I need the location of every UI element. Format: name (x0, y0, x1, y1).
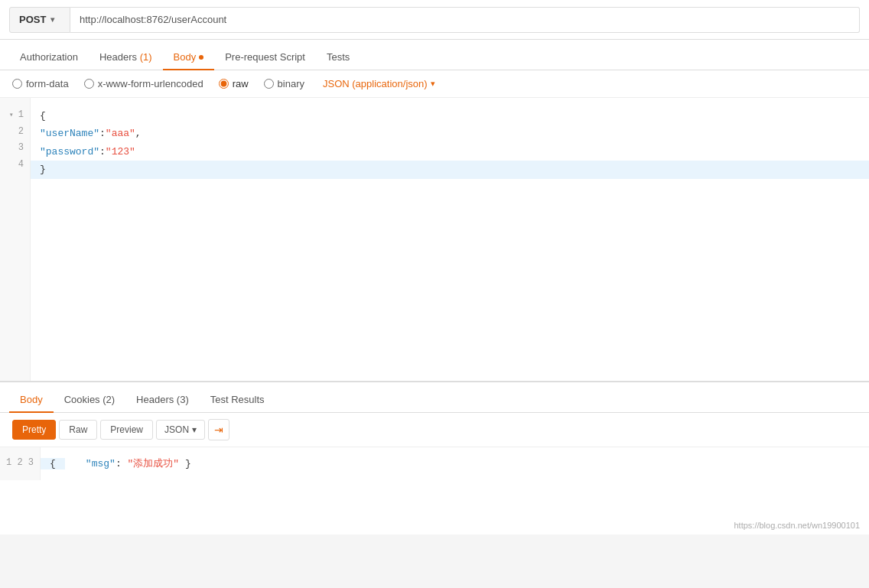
response-line-numbers: 1 2 3 (0, 447, 41, 480)
body-options: form-data x-www-form-urlencoded raw bina… (0, 70, 869, 98)
watermark: https://blog.csdn.net/wn19900101 (0, 516, 869, 534)
line-numbers: 1 2 3 4 (0, 98, 31, 381)
request-code-editor: 1 2 3 4 { "userName":"aaa", "password":"… (0, 98, 869, 382)
response-section: Body Cookies (2) Headers (3) Test Result… (0, 382, 869, 534)
response-code-area: 1 2 3 { "msg": "添加成功" } (0, 447, 869, 516)
line-num-1: 1 (6, 107, 24, 124)
response-tab-body[interactable]: Body (9, 388, 54, 413)
form-data-option[interactable]: form-data (12, 78, 69, 89)
preview-btn[interactable]: Preview (100, 420, 153, 440)
json-format-selector[interactable]: JSON (application/json) ▾ (323, 78, 435, 89)
tab-body[interactable]: Body (163, 45, 215, 70)
resp-line-num-1: 1 (6, 457, 11, 468)
raw-radio[interactable] (219, 79, 229, 89)
resp-line-num-2: 2 (17, 457, 22, 468)
code-line-3: "password":"123" (40, 143, 860, 161)
tab-tests[interactable]: Tests (316, 45, 360, 70)
wrap-symbol: ⇥ (214, 424, 223, 436)
method-chevron: ▾ (50, 15, 54, 24)
response-tab-headers[interactable]: Headers (3) (125, 388, 200, 413)
wrap-icon-btn[interactable]: ⇥ (208, 419, 229, 440)
code-content[interactable]: 1 2 3 4 { "userName":"aaa", "password":"… (0, 98, 869, 381)
url-encoded-option[interactable]: x-www-form-urlencoded (84, 78, 203, 89)
tab-headers[interactable]: Headers (1) (89, 45, 163, 70)
line-num-3: 3 (6, 140, 24, 157)
raw-btn[interactable]: Raw (59, 420, 97, 440)
response-tab-cookies[interactable]: Cookies (2) (54, 388, 125, 413)
binary-radio[interactable] (264, 79, 274, 89)
response-toolbar: Pretty Raw Preview JSON ▾ ⇥ (0, 413, 869, 447)
resp-code-line-3: } (185, 458, 191, 469)
tab-authorization[interactable]: Authorization (9, 45, 89, 70)
resp-code-line-2: "msg": "添加成功" (62, 458, 179, 469)
json-format-chevron: ▾ (431, 79, 435, 89)
pretty-btn[interactable]: Pretty (12, 420, 56, 440)
response-tabs: Body Cookies (2) Headers (3) Test Result… (0, 382, 869, 413)
url-bar: POST ▾ (0, 0, 869, 40)
url-input[interactable] (70, 7, 860, 33)
url-encoded-radio[interactable] (84, 79, 94, 89)
code-line-1: { (40, 107, 860, 125)
resp-line-num-3: 3 (28, 457, 34, 468)
raw-option[interactable]: raw (219, 78, 249, 89)
response-tab-test-results[interactable]: Test Results (200, 388, 275, 413)
body-dot-indicator (199, 55, 203, 60)
form-data-radio[interactable] (12, 79, 22, 89)
request-tabs: Authorization Headers (1) Body Pre-reque… (0, 40, 869, 70)
method-label: POST (19, 14, 46, 25)
line-num-4: 4 (6, 157, 24, 174)
binary-option[interactable]: binary (264, 78, 304, 89)
response-json-format-btn[interactable]: JSON ▾ (156, 420, 205, 440)
code-line-2: "userName":"aaa", (40, 125, 860, 142)
response-content: 1 2 3 { "msg": "添加成功" } (0, 447, 869, 480)
code-line-4: } (31, 161, 869, 178)
tab-pre-request-script[interactable]: Pre-request Script (214, 45, 316, 70)
method-selector[interactable]: POST ▾ (9, 7, 70, 33)
line-num-2: 2 (6, 124, 24, 141)
response-lines: { "msg": "添加成功" } (41, 447, 869, 480)
code-lines[interactable]: { "userName":"aaa", "password":"123" } (31, 98, 869, 381)
